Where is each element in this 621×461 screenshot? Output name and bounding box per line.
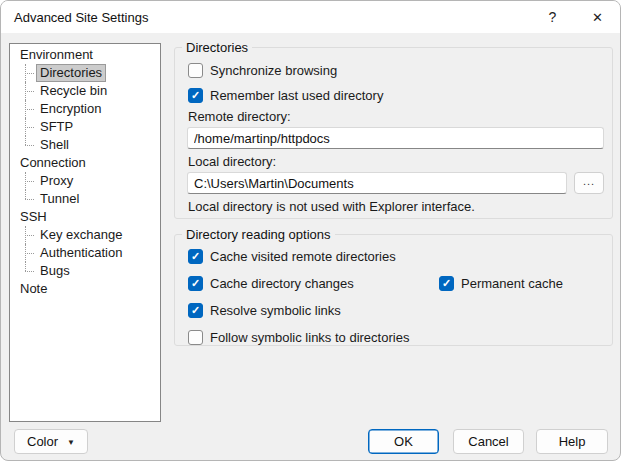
synchronize-browsing-checkbox[interactable]	[188, 63, 203, 78]
chevron-down-icon: ▼	[67, 438, 75, 447]
help-button[interactable]: Help	[536, 429, 608, 454]
settings-tree: Environment Directories Recycle bin Encr…	[9, 43, 161, 422]
tree-item-note[interactable]: Note	[10, 280, 160, 298]
remember-last-directory-label: Remember last used directory	[210, 88, 383, 103]
directory-reading-options-title: Directory reading options	[182, 227, 335, 242]
tree-item-environment[interactable]: Environment	[10, 46, 160, 64]
color-button-label: Color	[27, 434, 58, 449]
tree-item-bugs[interactable]: Bugs	[10, 262, 160, 280]
resolve-links-label: Resolve symbolic links	[210, 303, 341, 318]
color-dropdown-button[interactable]: Color ▼	[14, 429, 88, 454]
cache-visited-label: Cache visited remote directories	[210, 249, 396, 264]
remember-last-directory-checkbox[interactable]	[188, 88, 203, 103]
cache-visited-row: Cache visited remote directories	[188, 249, 396, 264]
tree-item-proxy[interactable]: Proxy	[10, 172, 160, 190]
remote-directory-label: Remote directory:	[188, 109, 291, 124]
permanent-cache-label: Permanent cache	[461, 276, 563, 291]
synchronize-browsing-row: Synchronize browsing	[188, 63, 337, 78]
explorer-interface-note: Local directory is not used with Explore…	[188, 199, 475, 214]
tree-item-directories[interactable]: Directories	[10, 64, 160, 82]
help-icon[interactable]: ?	[530, 1, 575, 33]
synchronize-browsing-label: Synchronize browsing	[210, 63, 337, 78]
cache-changes-label: Cache directory changes	[210, 276, 354, 291]
permanent-cache-checkbox[interactable]	[439, 276, 454, 291]
local-directory-label: Local directory:	[188, 154, 276, 169]
cancel-button[interactable]: Cancel	[453, 429, 524, 454]
tree-item-connection[interactable]: Connection	[10, 154, 160, 172]
ok-button[interactable]: OK	[368, 429, 439, 454]
resolve-links-row: Resolve symbolic links	[188, 303, 341, 318]
remote-directory-input[interactable]	[187, 127, 604, 149]
resolve-links-checkbox[interactable]	[188, 303, 203, 318]
tree-item-sftp[interactable]: SFTP	[10, 118, 160, 136]
local-directory-browse-button[interactable]: ...	[574, 172, 604, 194]
local-directory-input[interactable]	[187, 172, 567, 194]
remember-last-directory-row: Remember last used directory	[188, 88, 383, 103]
tree-item-encryption[interactable]: Encryption	[10, 100, 160, 118]
permanent-cache-row: Permanent cache	[439, 276, 563, 291]
tree-item-tunnel[interactable]: Tunnel	[10, 190, 160, 208]
follow-links-label: Follow symbolic links to directories	[210, 330, 409, 345]
tree-item-shell[interactable]: Shell	[10, 136, 160, 154]
cache-visited-checkbox[interactable]	[188, 249, 203, 264]
directories-group-title: Directories	[182, 40, 252, 55]
dialog-title: Advanced Site Settings	[14, 10, 148, 25]
cache-changes-row: Cache directory changes	[188, 276, 354, 291]
cache-changes-checkbox[interactable]	[188, 276, 203, 291]
advanced-site-settings-dialog: Advanced Site Settings ? ✕ Environment D…	[0, 0, 621, 461]
titlebar: Advanced Site Settings ? ✕	[1, 1, 620, 33]
tree-item-authentication[interactable]: Authentication	[10, 244, 160, 262]
follow-links-checkbox[interactable]	[188, 330, 203, 345]
follow-links-row: Follow symbolic links to directories	[188, 330, 409, 345]
tree-item-key-exchange[interactable]: Key exchange	[10, 226, 160, 244]
tree-item-recycle-bin[interactable]: Recycle bin	[10, 82, 160, 100]
tree-item-ssh[interactable]: SSH	[10, 208, 160, 226]
close-icon[interactable]: ✕	[575, 1, 620, 33]
